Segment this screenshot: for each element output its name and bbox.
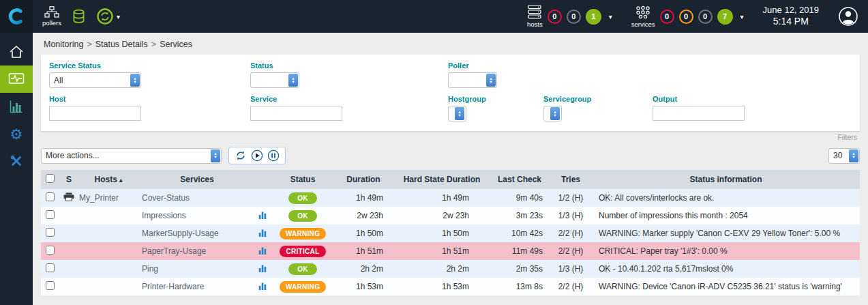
refresh-button-icon[interactable] [235, 149, 247, 162]
services-warning-count[interactable]: 0 [679, 10, 693, 24]
service-link[interactable]: Ping [142, 264, 158, 274]
sidebar-item-configuration[interactable]: ⚙ [0, 120, 33, 147]
status-select[interactable] [250, 72, 299, 88]
chevron-down-icon[interactable]: ▾ [740, 13, 744, 20]
status-info-cell: Number of impressions this month : 2054 [592, 207, 860, 224]
monitoring-pulse-icon [8, 72, 25, 86]
graph-icon[interactable] [258, 282, 267, 290]
database-status[interactable] [72, 9, 85, 24]
service-link[interactable]: Impressions [142, 211, 186, 220]
service-link[interactable]: Printer-Hardware [142, 282, 204, 291]
current-date: June 12, 2019 [763, 5, 819, 16]
row-checkbox[interactable] [46, 246, 55, 255]
refresh-controls [228, 147, 286, 164]
row-checkbox[interactable] [46, 192, 55, 201]
pollers-icon [44, 6, 59, 18]
filter-poller: Poller ▲▼ [448, 61, 852, 88]
status-label: Status [250, 61, 448, 70]
breadcrumb: Monitoring>Status Details>Services [33, 33, 868, 55]
services-critical-count[interactable]: 0 [660, 10, 674, 24]
col-header-hard-duration[interactable]: Hard State Duration [394, 170, 490, 189]
service-input[interactable] [250, 106, 342, 121]
hard-duration-cell: 2w 23h [394, 207, 490, 224]
col-header-duration[interactable]: Duration [333, 170, 394, 189]
graph-icon[interactable] [258, 229, 267, 237]
breadcrumb-link-status-details[interactable]: Status Details [95, 40, 148, 49]
table-header-row: S Hosts▴ Services Status Duration Hard S… [41, 170, 860, 189]
row-checkbox[interactable] [46, 228, 55, 237]
play-button-icon[interactable] [251, 149, 263, 162]
servicegroup-label: Servicegroup [543, 95, 653, 103]
output-input[interactable] [653, 106, 745, 121]
col-header-status[interactable]: Status [273, 170, 333, 189]
breadcrumb-link-services[interactable]: Services [160, 40, 192, 49]
chart-cell [252, 242, 273, 260]
services-table: S Hosts▴ Services Status Duration Hard S… [41, 170, 860, 295]
host-input[interactable] [49, 106, 141, 121]
user-profile-icon[interactable] [838, 6, 858, 27]
col-header-status-information[interactable]: Status information [592, 170, 860, 189]
services-label: services [631, 20, 655, 28]
service-link[interactable]: Cover-Status [142, 193, 190, 203]
centreon-logo[interactable] [0, 0, 33, 33]
row-checkbox[interactable] [46, 210, 55, 219]
filter-hostgroup: Hostgroup ▲▼ [448, 95, 543, 121]
pause-button-icon[interactable] [267, 149, 280, 162]
services-unknown-count[interactable]: 0 [698, 10, 713, 24]
service-link[interactable]: MarkerSupply-Usage [142, 229, 219, 238]
host-link[interactable]: My_Printer [79, 193, 119, 203]
col-header-hosts[interactable]: Hosts▴ [79, 170, 138, 189]
breadcrumb-link-monitoring[interactable]: Monitoring [44, 40, 83, 49]
topbar: pollers ▾ [0, 0, 868, 33]
graph-icon[interactable] [258, 211, 267, 219]
poller-state-menu[interactable]: ▾ [96, 8, 120, 25]
tries-cell: 1/3 (H) [550, 207, 592, 224]
sidebar-item-monitoring[interactable] [0, 66, 33, 93]
more-actions-select[interactable]: More actions... [41, 148, 222, 164]
row-checkbox[interactable] [46, 281, 55, 290]
row-checkbox[interactable] [46, 263, 55, 272]
sidebar-item-administration[interactable] [0, 147, 33, 175]
tools-icon [10, 154, 23, 168]
filter-servicegroup: Servicegroup ▲▼ [543, 95, 653, 121]
chart-cell [252, 260, 273, 278]
col-header-services[interactable]: Services [138, 170, 252, 189]
status-info-cell: WARNING: Marker supply 'Canon C-EXV 29 Y… [592, 224, 860, 242]
service-status-select[interactable]: All [49, 72, 141, 88]
hosts-up-count[interactable]: 1 [586, 9, 601, 25]
servicegroup-select[interactable] [543, 106, 562, 121]
graph-icon[interactable] [258, 264, 267, 272]
poller-label: Poller [448, 61, 852, 70]
sidebar-item-reporting[interactable] [0, 93, 33, 120]
tries-cell: 1/2 (H) [550, 189, 592, 207]
services-ok-count[interactable]: 7 [717, 9, 733, 25]
chevron-down-icon[interactable]: ▾ [609, 13, 612, 20]
sidebar-item-home[interactable] [0, 38, 33, 66]
hostgroup-select[interactable] [448, 106, 466, 121]
tries-cell: 2/2 (H) [550, 278, 592, 295]
table-row-critical: PaperTray-Usage CRITICAL 1h 51m 1h 51m 1… [41, 242, 860, 260]
select-all-checkbox[interactable] [46, 174, 55, 183]
pollers-menu[interactable]: pollers [42, 6, 61, 27]
hosts-down-count[interactable]: 0 [548, 10, 562, 24]
services-icon [635, 5, 650, 19]
page-size-select[interactable]: 30 [828, 148, 860, 164]
services-status-menu[interactable]: services 0 0 0 7 ▾ [631, 5, 744, 28]
table-row: Impressions OK 2w 23h 2w 23h 3m 23s 1/3 … [41, 207, 860, 224]
hosts-unreachable-count[interactable]: 0 [567, 10, 581, 24]
col-header-last-check[interactable]: Last Check [490, 170, 550, 189]
severity-cell [59, 224, 79, 242]
topbar-right: hosts 0 0 1 ▾ services 0 0 0 7 [527, 5, 868, 28]
status-badge: OK [288, 263, 317, 275]
hosts-status-menu[interactable]: hosts 0 0 1 ▾ [527, 5, 612, 28]
col-header-tries[interactable]: Tries [550, 170, 592, 189]
hard-duration-cell: 2h 2m [394, 260, 490, 278]
duration-cell: 1h 49m [333, 189, 394, 207]
gear-icon: ⚙ [10, 127, 23, 141]
duration-cell: 1h 50m [333, 224, 394, 242]
graph-icon[interactable] [258, 246, 267, 255]
sync-ok-icon [96, 8, 114, 25]
service-link[interactable]: PaperTray-Usage [142, 246, 206, 256]
poller-select[interactable] [448, 72, 497, 88]
col-header-severity[interactable]: S [59, 170, 79, 189]
